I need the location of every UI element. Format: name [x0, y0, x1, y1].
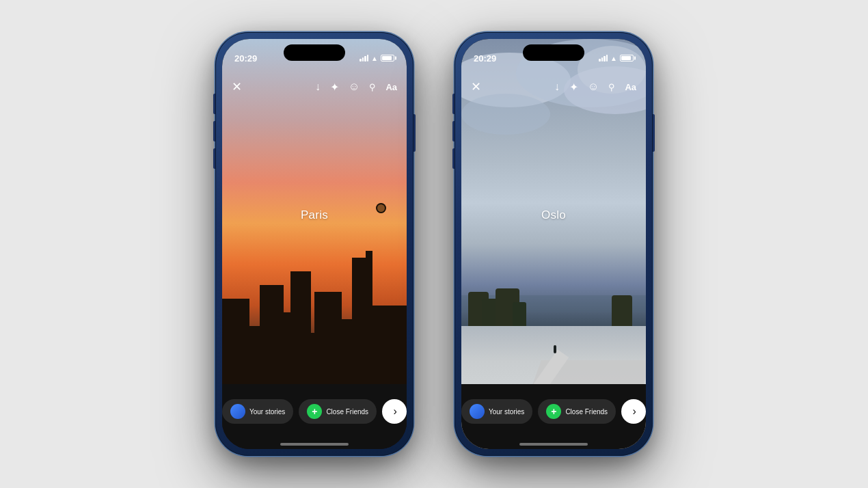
link-icon-right[interactable]: ⚲	[608, 82, 615, 92]
phone-screen-right: 20:29 ▲ ✕ ↓ ✦ ☺ ⚲ Aa	[461, 39, 646, 449]
close-button-left[interactable]: ✕	[232, 79, 242, 94]
toolbar-icons-left: ↓ ✦ ☺ ⚲ Aa	[315, 81, 397, 94]
bottom-bar-right: Your stories + Close Friends ›	[461, 384, 646, 449]
close-friends-label-left: Close Friends	[326, 408, 368, 416]
location-label-left: Paris	[301, 208, 328, 222]
close-friends-avatar-left: +	[307, 404, 322, 419]
next-arrow-icon-right: ›	[632, 405, 636, 418]
text-icon-right[interactable]: Aa	[625, 82, 636, 92]
your-stories-btn-right[interactable]: Your stories	[461, 399, 532, 424]
status-icons-right: ▲	[599, 55, 634, 62]
user-avatar-right	[470, 404, 485, 419]
download-icon-left[interactable]: ↓	[315, 81, 321, 93]
toolbar-icons-right: ↓ ✦ ☺ ⚲ Aa	[554, 81, 636, 94]
close-button-right[interactable]: ✕	[471, 79, 481, 94]
satellite-silhouette	[376, 203, 386, 213]
battery-icon-left	[381, 55, 394, 62]
signal-icon-left	[360, 55, 368, 62]
phone-screen-left: 20:29 ▲ ✕ ↓ ✦ ☺ ⚲ Aa	[222, 39, 407, 449]
status-icons-left: ▲	[360, 55, 394, 62]
user-avatar-left	[230, 404, 245, 419]
story-toolbar-right: ✕ ↓ ✦ ☺ ⚲ Aa	[461, 73, 646, 100]
emoji-icon-left[interactable]: ☺	[349, 81, 360, 93]
time-left: 20:29	[234, 53, 257, 64]
emoji-icon-right[interactable]: ☺	[588, 81, 599, 93]
phone-left: 20:29 ▲ ✕ ↓ ✦ ☺ ⚲ Aa	[215, 32, 413, 456]
notch-left	[284, 44, 345, 61]
home-indicator-right	[519, 443, 588, 446]
close-friends-label-right: Close Friends	[565, 408, 608, 416]
building-silhouettes	[222, 244, 407, 394]
home-indicator-left	[280, 443, 349, 446]
wifi-icon-right: ▲	[610, 55, 617, 62]
close-friends-btn-left[interactable]: + Close Friends	[299, 399, 377, 424]
your-stories-label-right: Your stories	[489, 408, 524, 416]
bottom-bar-left: Your stories + Close Friends ›	[222, 384, 407, 449]
download-icon-right[interactable]: ↓	[554, 81, 560, 93]
story-toolbar-left: ✕ ↓ ✦ ☺ ⚲ Aa	[222, 73, 407, 100]
location-label-right: Oslo	[541, 208, 566, 222]
wifi-icon-left: ▲	[371, 55, 378, 62]
battery-icon-right	[620, 55, 634, 62]
your-stories-btn-left[interactable]: Your stories	[222, 399, 293, 424]
next-button-right[interactable]: ›	[621, 399, 646, 424]
your-stories-label-left: Your stories	[249, 408, 285, 416]
time-right: 20:29	[474, 53, 496, 64]
close-friends-btn-right[interactable]: + Close Friends	[538, 399, 616, 424]
text-icon-left[interactable]: Aa	[385, 82, 397, 92]
phone-right: 20:29 ▲ ✕ ↓ ✦ ☺ ⚲ Aa	[455, 32, 653, 456]
sparkle-icon-left[interactable]: ✦	[330, 81, 339, 94]
close-friends-avatar-right: +	[546, 404, 561, 419]
notch-right	[523, 44, 584, 61]
link-icon-left[interactable]: ⚲	[369, 82, 376, 92]
signal-icon-right	[599, 55, 608, 62]
sparkle-icon-right[interactable]: ✦	[569, 81, 578, 94]
plus-icon-left: +	[312, 407, 317, 416]
plus-icon-right: +	[551, 407, 556, 416]
next-button-left[interactable]: ›	[382, 399, 407, 424]
next-arrow-icon-left: ›	[393, 405, 396, 418]
